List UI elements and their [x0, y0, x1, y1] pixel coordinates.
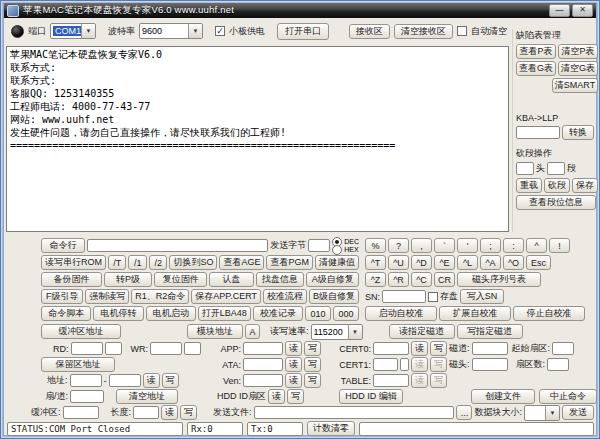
app-write-button[interactable]: 写 — [304, 341, 321, 356]
auto-clear-checkbox[interactable] — [457, 26, 467, 36]
motor-start-button[interactable]: 电机启动 — [146, 306, 196, 321]
app-input[interactable] — [243, 342, 283, 355]
ctrl-e-button[interactable]: ^E — [434, 255, 455, 270]
rd-input-2[interactable] — [105, 342, 122, 355]
switch-so-button[interactable]: 切换到SO — [169, 255, 217, 270]
rw-rate-select[interactable]: 115200 ▼ — [311, 324, 363, 340]
view-age-button[interactable]: 查看AGE — [219, 255, 264, 270]
ctrl-d-button[interactable]: ^D — [411, 255, 432, 270]
address-from-input[interactable] — [70, 374, 102, 387]
view-p-table-button[interactable]: 查看P表 — [516, 44, 556, 59]
cut-segment-input[interactable] — [547, 162, 565, 175]
wr-input-2[interactable] — [184, 342, 201, 355]
clear-p-table-button[interactable]: 清空P表 — [558, 44, 598, 59]
f-level-boot-button[interactable]: F级引导 — [41, 289, 83, 304]
create-file-button[interactable]: 创建文件 — [471, 389, 535, 404]
address-read-button[interactable]: 读 — [143, 373, 160, 388]
radio-hex[interactable]: HEX — [332, 246, 359, 254]
clear-receive-button[interactable]: 清空接收区 — [394, 24, 453, 39]
ven-write-button[interactable]: 写 — [304, 373, 321, 388]
slash-2-button[interactable]: /2 — [149, 255, 167, 270]
start-self-calibration-button[interactable]: 启动自校准 — [365, 306, 437, 321]
address-write-button[interactable]: 写 — [162, 373, 179, 388]
save-app-cert-button[interactable]: 保存APP.CERT — [191, 289, 261, 304]
command-line-button[interactable]: 命令行 — [41, 238, 85, 253]
code-010-button[interactable]: 010 — [305, 306, 331, 321]
block-size-select[interactable]: ▼ — [524, 405, 560, 421]
track-input[interactable] — [472, 342, 508, 355]
code-000-button[interactable]: 000 — [333, 306, 359, 321]
ata-read-button[interactable]: 读 — [285, 357, 302, 372]
open-lba48-button[interactable]: 打开LBA48 — [198, 306, 251, 321]
read-track-button[interactable]: 读指定磁道 — [389, 324, 455, 339]
ven-input[interactable] — [243, 374, 283, 387]
port-select[interactable]: COM1 ▼ — [50, 23, 96, 39]
view-pgm-button[interactable]: 查看PGM — [266, 255, 313, 270]
reset-firmware-button[interactable]: 复位固件 — [154, 272, 207, 287]
key-comma-button[interactable]: , — [411, 238, 432, 253]
board-power-checkbox[interactable]: ✓ — [215, 26, 225, 36]
sn-input[interactable] — [382, 290, 426, 303]
head-serial-table-button[interactable]: 磁头序列号表 — [457, 272, 541, 287]
table-input[interactable] — [373, 374, 409, 387]
key-backtick-button[interactable]: ` — [434, 238, 455, 253]
cert0-read-button[interactable]: 读 — [411, 341, 428, 356]
slash-t-button[interactable]: /T — [108, 255, 126, 270]
key-quote-button[interactable]: ' — [457, 238, 478, 253]
key-semicolon-button[interactable]: ; — [480, 238, 501, 253]
ata-write-button[interactable]: 写 — [304, 357, 321, 372]
baud-select[interactable]: 9600 ▼ — [139, 23, 203, 39]
write-track-button[interactable]: 写指定磁道 — [457, 324, 523, 339]
key-question-button[interactable]: ? — [388, 238, 409, 253]
module-address-button[interactable]: 模块地址 — [187, 324, 243, 339]
ctrl-c-button[interactable]: ^C — [411, 272, 432, 287]
to-p-level-button[interactable]: 转P级 — [104, 272, 153, 287]
length-input[interactable] — [133, 406, 159, 419]
receive-area-button[interactable]: 接收区 — [349, 24, 390, 39]
reserved-area-address-button[interactable]: 保留区地址 — [41, 357, 115, 372]
sn-save-checkbox[interactable] — [428, 292, 438, 302]
buffer-input[interactable] — [63, 406, 99, 419]
start-sector-input[interactable] — [552, 342, 574, 355]
clear-count-button[interactable]: 计数清零 — [307, 421, 355, 436]
clear-smart-button[interactable]: 清SMART — [552, 78, 598, 93]
send-file-input[interactable] — [254, 406, 455, 419]
chevron-down-icon[interactable]: ▼ — [188, 24, 202, 38]
cr-button[interactable]: CR — [434, 272, 455, 287]
ctrl-o-button[interactable]: ^O — [503, 255, 524, 270]
cert0-input[interactable] — [373, 342, 409, 355]
command-script-button[interactable]: 命令脚本 — [41, 306, 91, 321]
view-g-table-button[interactable]: 查看G表 — [516, 61, 556, 76]
cut-head-input[interactable] — [516, 162, 534, 175]
slash-1-button[interactable]: /1 — [128, 255, 146, 270]
a-button[interactable]: A — [245, 324, 260, 339]
ctrl-a-button[interactable]: ^A — [480, 255, 501, 270]
buffer-address-button[interactable]: 缓冲区地址 — [41, 324, 121, 339]
ctrl-l-button[interactable]: ^L — [457, 255, 478, 270]
r1-r2-command-button[interactable]: R1、R2命令 — [131, 289, 189, 304]
hdd-id-read-button[interactable]: 读 — [268, 389, 285, 404]
sector-count-input[interactable] — [547, 358, 569, 371]
clear-g-table-button[interactable]: 清空G表 — [558, 61, 598, 76]
close-button[interactable]: ✕ — [572, 4, 593, 17]
browse-button[interactable]: ... — [456, 405, 472, 420]
ven-read-button[interactable]: 读 — [285, 373, 302, 388]
key-percent-button[interactable]: % — [365, 238, 386, 253]
key-caret-button[interactable]: ^ — [526, 238, 547, 253]
send-button[interactable]: 发送 — [562, 405, 594, 420]
kba-llp-input[interactable] — [516, 126, 560, 139]
reload-button[interactable]: 重载 — [516, 178, 542, 193]
clear-address-button[interactable]: 清空地址 — [116, 389, 178, 404]
wr-input[interactable] — [150, 342, 182, 355]
stop-self-calibration-button[interactable]: 停止自校准 — [513, 306, 585, 321]
abort-command-button[interactable]: 中止命令 — [539, 389, 597, 404]
view-segment-info-button[interactable]: 查看段位信息 — [516, 195, 596, 210]
minimize-button[interactable]: — — [549, 4, 570, 17]
chevron-down-icon[interactable]: ▼ — [348, 325, 362, 339]
identify-disk-button[interactable]: 认盘 — [209, 272, 254, 287]
chevron-down-icon[interactable]: ▼ — [545, 406, 559, 420]
key-colon-button[interactable]: : — [503, 238, 524, 253]
rd-input[interactable] — [71, 342, 103, 355]
ctrl-t-button[interactable]: ^T — [365, 255, 386, 270]
backup-firmware-button[interactable]: 备份固件 — [41, 272, 102, 287]
